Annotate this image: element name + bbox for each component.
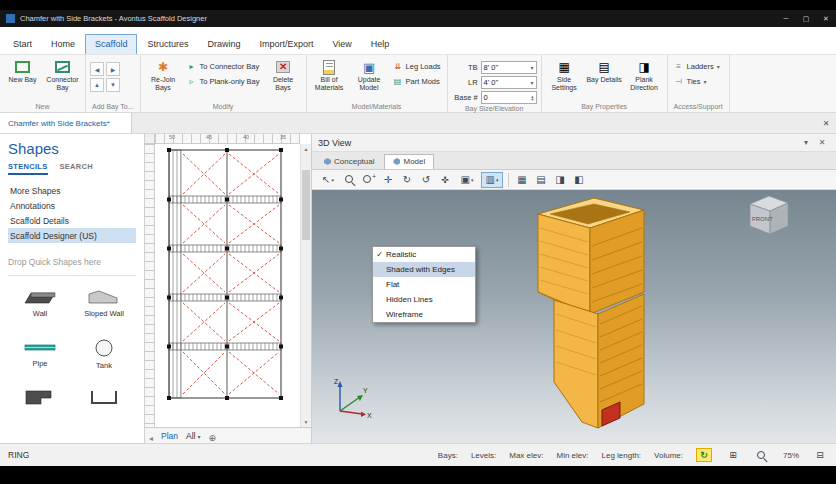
connector-bay-button[interactable]: Connector Bay bbox=[44, 57, 81, 92]
move-tool-icon[interactable] bbox=[437, 172, 453, 188]
scroll-down-icon[interactable] bbox=[301, 417, 311, 427]
add-bay-back-button[interactable] bbox=[106, 78, 120, 92]
plan-vertical-scrollbar[interactable] bbox=[300, 144, 311, 427]
tab-search[interactable]: SEARCH bbox=[60, 162, 93, 175]
delete-bays-button[interactable]: Delete Bays bbox=[265, 57, 302, 92]
zoom-window-tool-icon[interactable] bbox=[361, 172, 377, 188]
add-bay-right-button[interactable] bbox=[106, 62, 120, 76]
three-d-viewport[interactable]: FRONT Z Y X bbox=[312, 190, 836, 443]
add-sheet-icon[interactable] bbox=[209, 427, 217, 444]
to-plank-only-bay-icon bbox=[187, 77, 197, 86]
menu-item-realistic[interactable]: Realistic bbox=[373, 247, 475, 262]
view-cube[interactable]: FRONT bbox=[742, 192, 794, 238]
tab-structures[interactable]: Structures bbox=[138, 35, 197, 54]
stencil-item-scaffold-details[interactable]: Scaffold Details bbox=[8, 213, 136, 228]
part-mods-button[interactable]: Part Mods bbox=[391, 75, 443, 88]
bill-of-materials-button[interactable]: Bill of Materials bbox=[311, 57, 348, 92]
tab-conceptual[interactable]: Conceptual bbox=[316, 155, 382, 169]
tab-start[interactable]: Start bbox=[4, 35, 41, 54]
view-cube-front-label[interactable]: FRONT bbox=[752, 216, 773, 222]
minimize-icon[interactable] bbox=[776, 10, 796, 27]
plan-bottom-bar: Plan All bbox=[145, 427, 311, 443]
ribbon-group-add-bay: Add Bay To... bbox=[86, 55, 141, 112]
refresh-icon[interactable] bbox=[696, 448, 712, 462]
tab-model[interactable]: Model bbox=[384, 154, 434, 169]
new-bay-button[interactable]: New Bay bbox=[4, 57, 41, 84]
zoom-tool-icon[interactable] bbox=[342, 172, 358, 188]
document-close-icon[interactable] bbox=[816, 113, 836, 133]
to-plank-only-bay-button[interactable]: To Plank-only Bay bbox=[185, 75, 262, 88]
render-tool-icon[interactable] bbox=[552, 172, 568, 188]
tab-import-export[interactable]: Import/Export bbox=[250, 35, 322, 54]
visual-style-icon[interactable] bbox=[481, 172, 503, 188]
fit-view-icon[interactable] bbox=[725, 448, 741, 462]
tab-scaffold[interactable]: Scaffold bbox=[85, 34, 137, 54]
menu-item-shaded-with-edges[interactable]: Shaded with Edges bbox=[373, 262, 475, 277]
svg-text:Z: Z bbox=[334, 378, 339, 385]
leg-loads-button[interactable]: Leg Loads bbox=[391, 60, 443, 73]
lr-size-select[interactable]: 4' 0" bbox=[481, 76, 537, 89]
scrollbar-thumb[interactable] bbox=[302, 170, 310, 240]
zoom-slider-icon[interactable] bbox=[812, 448, 828, 462]
ribbon-group-bay-size: TB 8' 0" LR 4' 0" Base # bbox=[448, 55, 542, 112]
model-layers-icon[interactable] bbox=[514, 172, 530, 188]
pin-icon[interactable] bbox=[798, 138, 814, 147]
document-tab[interactable]: Chamfer with Side Brackets* bbox=[0, 113, 132, 133]
menu-item-flat[interactable]: Flat bbox=[373, 277, 475, 292]
side-settings-button[interactable]: Side Settings bbox=[546, 57, 583, 92]
tb-size-select[interactable]: 8' 0" bbox=[481, 61, 537, 74]
close-3d-view-icon[interactable] bbox=[814, 138, 830, 147]
title-bar: Chamfer with Side Brackets - Avontus Sca… bbox=[0, 10, 836, 27]
camera-tool-icon[interactable] bbox=[571, 172, 587, 188]
stencil-pipe[interactable]: Pipe bbox=[8, 332, 72, 382]
rejoin-bays-button[interactable]: Re-Join Bays bbox=[145, 57, 182, 92]
menu-item-wireframe[interactable]: Wireframe bbox=[373, 307, 475, 322]
tab-view[interactable]: View bbox=[323, 35, 360, 54]
plan-sheet-tab[interactable]: Plan bbox=[161, 431, 178, 441]
status-levels: Levels: bbox=[471, 451, 496, 460]
stepper-arrows-icon[interactable] bbox=[531, 95, 533, 101]
plan-drawing[interactable] bbox=[155, 144, 300, 427]
scaffold-3d-model[interactable] bbox=[502, 196, 652, 438]
tab-drawing[interactable]: Drawing bbox=[198, 35, 249, 54]
tab-home[interactable]: Home bbox=[42, 35, 84, 54]
pan-tool-icon[interactable] bbox=[380, 172, 396, 188]
select-tool-icon[interactable] bbox=[317, 172, 339, 188]
section-tool-icon[interactable] bbox=[533, 172, 549, 188]
stencil-shape[interactable] bbox=[8, 382, 72, 432]
menu-item-hidden-lines[interactable]: Hidden Lines bbox=[373, 292, 475, 307]
group-label-model-materials: Model/Materials bbox=[311, 102, 443, 112]
stencil-sloped-wall[interactable]: Sloped Wall bbox=[72, 282, 136, 332]
to-connector-bay-button[interactable]: To Connector Bay bbox=[185, 60, 262, 73]
stencil-shape[interactable] bbox=[72, 382, 136, 432]
add-bay-left-button[interactable] bbox=[90, 62, 104, 76]
plank-direction-button[interactable]: Plank Direction bbox=[626, 57, 663, 92]
base-number-stepper[interactable]: 0 bbox=[481, 91, 537, 104]
view-direction-icon[interactable] bbox=[456, 172, 478, 188]
update-model-button[interactable]: Update Model bbox=[351, 57, 388, 92]
free-orbit-tool-icon[interactable] bbox=[418, 172, 434, 188]
zoom-icon[interactable] bbox=[754, 448, 770, 462]
tab-stencils[interactable]: STENCILS bbox=[8, 162, 48, 175]
scroll-up-icon[interactable] bbox=[301, 144, 311, 154]
stencil-tank[interactable]: Tank bbox=[72, 332, 136, 382]
maximize-icon[interactable] bbox=[796, 10, 816, 27]
close-icon[interactable] bbox=[816, 10, 836, 27]
status-bar: RING Bays: Levels: Max elev: Min elev: L… bbox=[0, 443, 836, 466]
ladders-button[interactable]: Ladders bbox=[672, 60, 722, 73]
sheet-nav-icon[interactable] bbox=[149, 427, 153, 444]
orbit-tool-icon[interactable] bbox=[399, 172, 415, 188]
ties-button[interactable]: Ties bbox=[672, 75, 722, 88]
stencil-wall[interactable]: Wall bbox=[8, 282, 72, 332]
shapes-panel-title: Shapes bbox=[8, 140, 144, 157]
cube-icon bbox=[393, 158, 400, 165]
tab-help[interactable]: Help bbox=[362, 35, 399, 54]
stencil-item-scaffold-designer-us[interactable]: Scaffold Designer (US) bbox=[8, 228, 136, 243]
group-label-access-support: Access/Support bbox=[672, 102, 725, 112]
tank-stencil-icon bbox=[85, 338, 123, 358]
stencil-item-more-shapes[interactable]: More Shapes bbox=[8, 183, 136, 198]
add-bay-front-button[interactable] bbox=[90, 78, 104, 92]
plan-filter-select[interactable]: All bbox=[186, 431, 200, 441]
bay-details-button[interactable]: Bay Details bbox=[586, 57, 623, 84]
stencil-item-annotations[interactable]: Annotations bbox=[8, 198, 136, 213]
